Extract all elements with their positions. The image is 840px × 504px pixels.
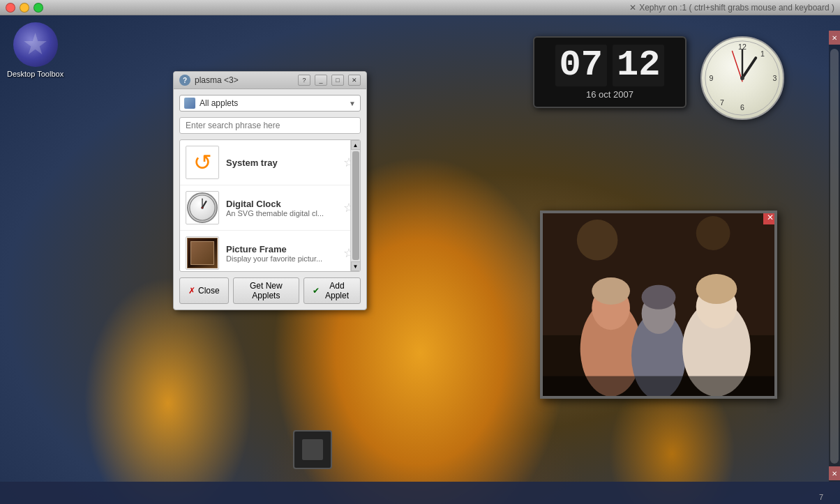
- photo-content: [543, 213, 774, 396]
- picture-frame-thumbnail: [186, 236, 219, 270]
- dropdown-label: All applets: [200, 98, 349, 108]
- dialog-minimize-btn[interactable]: _: [315, 75, 327, 86]
- list-scrollbar: ▲ ▼: [350, 140, 360, 271]
- close-button[interactable]: ✗ Close: [179, 277, 229, 304]
- list-item[interactable]: Picture Frame Display your favorite pict…: [180, 231, 360, 272]
- svg-point-28: [696, 274, 737, 304]
- digital-clock-name: Digital Clock: [226, 199, 340, 209]
- desktop-toolbox-icon: [13, 22, 58, 67]
- get-new-label: Get New Applets: [242, 281, 290, 300]
- scroll-thumb[interactable]: [352, 151, 359, 260]
- dialog-help-btn[interactable]: ?: [298, 75, 310, 86]
- titlebar-title: Xephyr on :1 ( ctrl+shift grabs mouse an…: [639, 3, 834, 13]
- desktop-area: Desktop Toolbox 07 12 16 oct 2007: [0, 15, 840, 504]
- dialog-close-btn[interactable]: ✕: [348, 75, 361, 86]
- digital-clock-thumbnail: [186, 191, 219, 224]
- list-item[interactable]: Digital Clock An SVG themable digital cl…: [180, 185, 360, 231]
- svg-line-7: [742, 58, 756, 78]
- dialog-help-icon[interactable]: ?: [179, 75, 190, 86]
- clock-svg: 12 1 3 6 7 9: [702, 38, 783, 119]
- right-scroll-track[interactable]: [830, 49, 839, 464]
- minute-block: 12: [613, 45, 664, 86]
- close-button[interactable]: [6, 3, 15, 13]
- digital-date: 16 oct 2007: [546, 89, 674, 100]
- system-tray-thumbnail: ↺: [186, 146, 219, 179]
- svg-point-18: [577, 220, 618, 261]
- digital-clock-widget: 07 12 16 oct 2007: [533, 36, 687, 108]
- svg-text:7: 7: [720, 98, 724, 107]
- search-input[interactable]: [179, 117, 361, 134]
- minimize-button[interactable]: [20, 3, 29, 13]
- svg-point-22: [592, 277, 630, 305]
- dialog-maximize-btn[interactable]: □: [331, 75, 344, 86]
- close-label: Close: [198, 286, 220, 296]
- svg-point-15: [202, 207, 202, 208]
- digital-clock-info: Digital Clock An SVG themable digital cl…: [226, 199, 340, 217]
- titlebar-buttons: [6, 3, 43, 13]
- desktop: ✕ Xephyr on :1 ( ctrl+shift grabs mouse …: [0, 0, 840, 504]
- svg-text:9: 9: [710, 74, 714, 82]
- add-applet-button[interactable]: ✔ Add Applet: [303, 277, 361, 304]
- digital-time: 07 12: [546, 45, 674, 86]
- system-tray-info: System tray: [226, 158, 340, 168]
- taskbar-pager: 7: [819, 493, 823, 501]
- minute-text: 12: [617, 45, 660, 86]
- picture-frame-icon: [187, 238, 218, 268]
- black-square-widget: [293, 430, 332, 469]
- plasma-titlebar: ? plasma <3> ? _ □ ✕: [174, 72, 366, 89]
- list-item[interactable]: ↺ System tray ☆: [180, 140, 360, 185]
- scroll-up-btn[interactable]: ▲: [351, 140, 361, 150]
- svg-text:3: 3: [772, 74, 777, 82]
- hour-block: 07: [555, 45, 607, 86]
- maximize-button[interactable]: [33, 3, 43, 13]
- close-x-label: ✕ Xephyr on :1 ( ctrl+shift grabs mouse …: [629, 3, 834, 13]
- get-new-applets-button[interactable]: Get New Applets: [233, 277, 299, 304]
- analog-clock-widget: 12 1 3 6 7 9: [700, 36, 784, 120]
- applet-dropdown[interactable]: All applets ▼: [179, 95, 361, 112]
- dropdown-icon: [184, 98, 195, 109]
- close-icon: ✗: [188, 286, 195, 296]
- digital-clock-desc: An SVG themable digital cl...: [226, 209, 340, 217]
- titlebar: ✕ Xephyr on :1 ( ctrl+shift grabs mouse …: [0, 0, 840, 15]
- desktop-toolbox: Desktop Toolbox: [7, 22, 63, 78]
- svg-point-19: [696, 216, 730, 250]
- picture-frame-name: Picture Frame: [226, 244, 340, 254]
- desktop-toolbox-label: Desktop Toolbox: [7, 70, 63, 78]
- plasma-body: All applets ▼ ↺ System tray: [174, 89, 366, 310]
- add-icon: ✔: [313, 286, 320, 296]
- photo-frame-close-btn[interactable]: ✕: [763, 211, 777, 224]
- svg-text:6: 6: [740, 103, 744, 112]
- scroll-down-btn[interactable]: ▼: [351, 261, 361, 271]
- clock-thumb-icon: [187, 192, 218, 223]
- system-tray-icon: ↺: [193, 148, 212, 176]
- svg-point-25: [642, 285, 676, 310]
- photo-svg: [543, 211, 774, 399]
- hour-text: 07: [560, 45, 603, 86]
- right-scroll-close-bottom[interactable]: ✕: [829, 466, 840, 480]
- black-square-inner: [302, 439, 323, 460]
- dialog-buttons: ✗ Close Get New Applets ✔ Add Applet: [179, 277, 361, 304]
- system-tray-name: System tray: [226, 158, 340, 168]
- clock-face: 12 1 3 6 7 9: [700, 36, 784, 120]
- photo-frame-widget: ✕: [540, 211, 777, 399]
- picture-frame-desc: Display your favorite pictur...: [226, 254, 340, 263]
- svg-rect-29: [543, 376, 774, 397]
- plasma-title: plasma <3>: [195, 75, 294, 85]
- taskbar: 7: [0, 482, 840, 504]
- plasma-dialog: ? plasma <3> ? _ □ ✕ All applets ▼: [173, 71, 367, 310]
- svg-point-10: [740, 76, 744, 80]
- digital-display: 07 12 16 oct 2007: [533, 36, 687, 108]
- dropdown-arrow-icon: ▼: [349, 100, 356, 107]
- right-scroll-close-top[interactable]: ✕: [829, 31, 840, 45]
- applet-list: ↺ System tray ☆: [179, 139, 361, 272]
- pager-number: 7: [819, 493, 823, 501]
- svg-text:1: 1: [760, 49, 765, 58]
- right-scrollbar: ✕ ✕: [829, 31, 840, 482]
- picture-frame-info: Picture Frame Display your favorite pict…: [226, 244, 340, 263]
- add-label: Add Applet: [322, 281, 352, 300]
